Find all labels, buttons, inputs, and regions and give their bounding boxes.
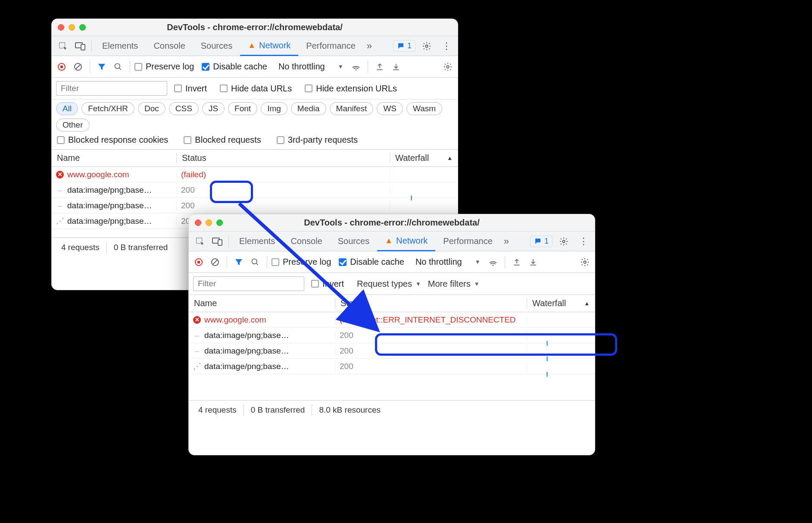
throttling-select[interactable]: No throttling ▼ (412, 257, 484, 267)
blocked-requests-checkbox[interactable]: Blocked requests (184, 135, 267, 145)
network-settings-icon[interactable] (578, 254, 592, 271)
throttling-select[interactable]: No throttling ▼ (275, 62, 347, 72)
separator (91, 40, 92, 52)
tab-network[interactable]: ▲ Network (377, 232, 435, 251)
col-name[interactable]: Name (52, 153, 177, 163)
type-pill-css[interactable]: CSS (169, 102, 199, 115)
type-pill-font[interactable]: Font (228, 102, 257, 115)
network-conditions-icon[interactable] (486, 254, 500, 271)
type-pill-ws[interactable]: WS (377, 102, 403, 115)
minimize-window-button[interactable] (69, 24, 75, 31)
table-row[interactable]: – data:image/png;base… 200 (189, 343, 595, 359)
table-row[interactable]: – data:image/png;base… 200 (52, 182, 458, 198)
table-row[interactable]: – data:image/png;base… 200 (52, 198, 458, 213)
filter-input[interactable] (56, 81, 167, 96)
col-status[interactable]: Status (177, 153, 390, 163)
request-types-dropdown[interactable]: Request types▼ (357, 279, 421, 289)
tab-console[interactable]: Console (283, 232, 330, 251)
more-filters-dropdown[interactable]: More filters▼ (428, 279, 480, 289)
network-settings-icon[interactable] (440, 58, 455, 75)
device-toolbar-icon[interactable] (209, 233, 226, 250)
col-waterfall[interactable]: Waterfall▲ (527, 298, 595, 308)
close-window-button[interactable] (58, 24, 64, 31)
tab-sources[interactable]: Sources (330, 232, 377, 251)
blocked-response-cookies-checkbox[interactable]: Blocked response cookies (57, 135, 174, 145)
export-har-icon[interactable] (509, 254, 524, 271)
inspect-element-icon[interactable] (191, 233, 209, 250)
import-har-icon[interactable] (526, 254, 540, 271)
type-pill-img[interactable]: Img (261, 102, 287, 115)
tab-sources[interactable]: Sources (193, 36, 240, 56)
more-tabs-button[interactable]: » (500, 236, 512, 247)
settings-icon[interactable] (555, 233, 572, 250)
filter-toggle-icon[interactable] (94, 58, 109, 75)
svg-rect-14 (218, 240, 222, 245)
disable-cache-checkbox[interactable]: Disable cache (202, 62, 273, 72)
type-pill-media[interactable]: Media (291, 102, 326, 115)
tab-performance[interactable]: Performance (298, 36, 363, 56)
table-row[interactable]: ✕ www.google.com (failed) net::ERR_INTER… (189, 312, 595, 328)
kebab-menu-icon[interactable]: ⋮ (575, 233, 592, 250)
sort-asc-icon: ▲ (584, 300, 590, 307)
zoom-window-button[interactable] (79, 24, 86, 31)
tab-elements[interactable]: Elements (94, 36, 146, 56)
table-row[interactable]: – data:image/png;base… 200 (189, 328, 595, 343)
error-icon: ✕ (193, 316, 201, 324)
tab-label: Sources (201, 41, 232, 51)
checkbox-label: Blocked response cookies (68, 135, 168, 145)
request-status: 200 (340, 362, 353, 371)
table-row[interactable]: ⋰ data:image/png;base… 200 (189, 359, 595, 374)
filter-input[interactable] (193, 276, 304, 291)
third-party-requests-checkbox[interactable]: 3rd-party requests (277, 135, 364, 145)
invert-checkbox[interactable]: Invert (311, 279, 350, 289)
request-rows: ✕ www.google.com (failed) net::ERR_INTER… (189, 312, 595, 374)
hide-extension-urls-checkbox[interactable]: Hide extension URLs (305, 84, 403, 94)
checkbox-label: Invert (322, 279, 344, 289)
svg-line-7 (76, 65, 80, 69)
col-status[interactable]: Status (335, 298, 527, 308)
disable-cache-checkbox[interactable]: Disable cache (339, 257, 410, 267)
search-icon[interactable] (248, 254, 262, 271)
record-button[interactable] (54, 58, 69, 75)
type-pill-manifest[interactable]: Manifest (330, 102, 374, 115)
tab-network[interactable]: ▲ Network (240, 36, 298, 56)
issues-badge[interactable]: 1 (530, 235, 553, 247)
clear-button[interactable] (71, 58, 85, 75)
search-icon[interactable] (111, 58, 125, 75)
col-label: Waterfall (532, 298, 566, 308)
network-conditions-icon[interactable] (349, 58, 363, 75)
clear-button[interactable] (208, 254, 222, 271)
filter-toggle-icon[interactable] (231, 254, 246, 271)
preserve-log-checkbox[interactable]: Preserve log (134, 62, 200, 72)
type-pill-all[interactable]: All (56, 102, 78, 115)
svg-point-15 (562, 240, 565, 243)
minimize-window-button[interactable] (206, 219, 212, 226)
type-pill-wasm[interactable]: Wasm (406, 102, 442, 115)
type-pill-fetchxhr[interactable]: Fetch/XHR (81, 102, 134, 115)
import-har-icon[interactable] (389, 58, 403, 75)
tab-performance[interactable]: Performance (435, 232, 500, 251)
export-har-icon[interactable] (372, 58, 387, 75)
tab-console[interactable]: Console (146, 36, 193, 56)
settings-icon[interactable] (418, 38, 435, 55)
type-pill-doc[interactable]: Doc (138, 102, 166, 115)
col-waterfall[interactable]: Waterfall▲ (390, 153, 458, 163)
issues-badge[interactable]: 1 (393, 40, 415, 52)
dash-icon: – (193, 331, 201, 340)
type-pill-js[interactable]: JS (202, 102, 225, 115)
col-name[interactable]: Name (189, 298, 335, 308)
zoom-window-button[interactable] (216, 219, 223, 226)
invert-checkbox[interactable]: Invert (174, 84, 213, 94)
preserve-log-checkbox[interactable]: Preserve log (272, 257, 337, 267)
more-tabs-button[interactable]: » (363, 41, 375, 52)
hide-data-urls-checkbox[interactable]: Hide data URLs (220, 84, 298, 94)
type-pill-other[interactable]: Other (56, 119, 90, 132)
device-toolbar-icon[interactable] (72, 38, 89, 55)
kebab-menu-icon[interactable]: ⋮ (438, 38, 455, 55)
inspect-element-icon[interactable] (54, 38, 72, 55)
tab-elements[interactable]: Elements (231, 232, 283, 251)
table-row[interactable]: ✕ www.google.com (failed) (52, 167, 458, 182)
col-label: Name (194, 298, 217, 308)
close-window-button[interactable] (195, 219, 201, 226)
record-button[interactable] (191, 254, 206, 271)
